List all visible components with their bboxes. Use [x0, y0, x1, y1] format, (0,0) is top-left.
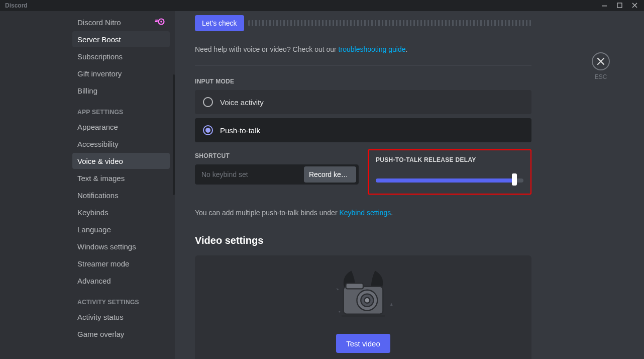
- input-mode-label: INPUT MODE: [195, 78, 531, 85]
- minimize-button[interactable]: [598, 1, 612, 11]
- sidebar-item-label: Language: [77, 225, 111, 234]
- keybind-settings-link[interactable]: Keybind settings: [339, 209, 391, 217]
- sidebar-item-text-images[interactable]: Text & images: [72, 170, 170, 186]
- record-keybind-button[interactable]: Record keybi...: [304, 166, 356, 183]
- mic-level-meter: [248, 20, 531, 26]
- ptt-delay-slider[interactable]: [376, 174, 523, 185]
- radio-voice-activity[interactable]: Voice activity: [195, 90, 531, 114]
- sidebar-item-billing[interactable]: Billing: [72, 82, 170, 99]
- nitro-icon: [155, 18, 165, 27]
- svg-rect-0: [602, 6, 607, 7]
- title-bar: Discord: [0, 0, 644, 11]
- ptt-delay-highlight: PUSH-TO-TALK RELEASE DELAY: [368, 149, 531, 195]
- radio-push-to-talk[interactable]: Push-to-talk: [195, 118, 531, 142]
- maximize-button[interactable]: [613, 1, 627, 11]
- sidebar-item-server-boost[interactable]: Server Boost: [72, 31, 170, 47]
- camera-illustration-icon: [323, 267, 403, 323]
- sidebar-item-label: Notifications: [77, 191, 119, 200]
- radio-label: Push-to-talk: [220, 126, 260, 135]
- test-video-button[interactable]: Test video: [336, 334, 390, 353]
- shortcut-placeholder: No keybind set: [201, 170, 248, 178]
- video-settings-heading: Video settings: [195, 235, 531, 246]
- radio-label: Voice activity: [220, 98, 264, 107]
- lets-check-button[interactable]: Let's check: [195, 15, 244, 31]
- sidebar-item-label: Gift inventory: [77, 69, 122, 78]
- sidebar-item-label: Voice & video: [77, 157, 123, 165]
- sidebar-item-label: Keybinds: [77, 208, 109, 217]
- shortcut-input[interactable]: No keybind set Record keybi...: [195, 164, 359, 185]
- sidebar-item-accessibility[interactable]: Accessibility: [72, 136, 170, 152]
- sidebar-item-gift-inventory[interactable]: Gift inventory: [72, 65, 170, 81]
- svg-rect-5: [346, 283, 363, 289]
- sidebar-item-nitro[interactable]: Discord Nitro: [72, 14, 170, 30]
- slider-thumb[interactable]: [512, 173, 517, 186]
- svg-point-3: [160, 21, 162, 23]
- sidebar-item-language[interactable]: Language: [72, 221, 170, 237]
- sidebar-item-label: Server Boost: [77, 35, 121, 44]
- shortcut-label: SHORTCUT: [195, 152, 359, 159]
- divider: [195, 65, 531, 66]
- video-preview-box: Test video: [195, 255, 531, 359]
- sidebar-item-appearance[interactable]: Appearance: [72, 119, 170, 135]
- settings-content: ESC Let's check Need help with voice or …: [175, 11, 644, 359]
- radio-icon: [203, 125, 213, 135]
- sidebar-item-label: Advanced: [77, 277, 111, 285]
- sidebar-item-label: Accessibility: [77, 140, 119, 148]
- sidebar-item-label: Discord Nitro: [77, 18, 121, 27]
- troubleshooting-link[interactable]: troubleshooting guide: [339, 45, 406, 53]
- svg-point-9: [339, 311, 340, 312]
- sidebar-item-game-overlay[interactable]: Game overlay: [72, 326, 170, 342]
- sidebar-item-activity-status[interactable]: Activity status: [72, 309, 170, 325]
- sidebar-item-streamer-mode[interactable]: Streamer mode: [72, 255, 170, 272]
- close-label: ESC: [592, 73, 610, 80]
- svg-rect-1: [617, 3, 622, 8]
- help-text: Need help with voice or video? Check out…: [195, 45, 531, 53]
- sidebar-item-label: Windows settings: [77, 242, 136, 251]
- radio-icon: [203, 97, 213, 107]
- settings-sidebar: Discord Nitro Server Boost Subscriptions…: [0, 11, 175, 359]
- ptt-delay-label: PUSH-TO-TALK RELEASE DELAY: [376, 156, 523, 163]
- sidebar-item-voice-video[interactable]: Voice & video: [72, 153, 170, 169]
- sidebar-item-label: Billing: [77, 86, 97, 95]
- sidebar-item-label: Activity status: [77, 313, 124, 321]
- sidebar-header-app-settings: APP SETTINGS: [72, 105, 170, 119]
- sidebar-item-label: Streamer mode: [77, 259, 129, 268]
- sidebar-item-keybinds[interactable]: Keybinds: [72, 204, 170, 220]
- sidebar-item-notifications[interactable]: Notifications: [72, 187, 170, 203]
- close-window-button[interactable]: [628, 1, 642, 11]
- sidebar-item-advanced[interactable]: Advanced: [72, 273, 170, 289]
- close-settings-button[interactable]: [592, 52, 610, 70]
- svg-rect-10: [342, 315, 385, 317]
- app-name: Discord: [2, 2, 28, 9]
- window-controls: [598, 1, 642, 11]
- sidebar-item-label: Appearance: [77, 123, 118, 131]
- sidebar-item-subscriptions[interactable]: Subscriptions: [72, 48, 170, 64]
- sidebar-item-label: Subscriptions: [77, 52, 123, 61]
- keybind-note: You can add multiple push-to-talk binds …: [195, 209, 531, 217]
- sidebar-item-label: Game overlay: [77, 330, 124, 338]
- svg-point-8: [364, 298, 370, 303]
- sidebar-header-activity-settings: ACTIVITY SETTINGS: [72, 295, 170, 309]
- sidebar-item-windows-settings[interactable]: Windows settings: [72, 238, 170, 254]
- sidebar-item-label: Text & images: [77, 174, 125, 183]
